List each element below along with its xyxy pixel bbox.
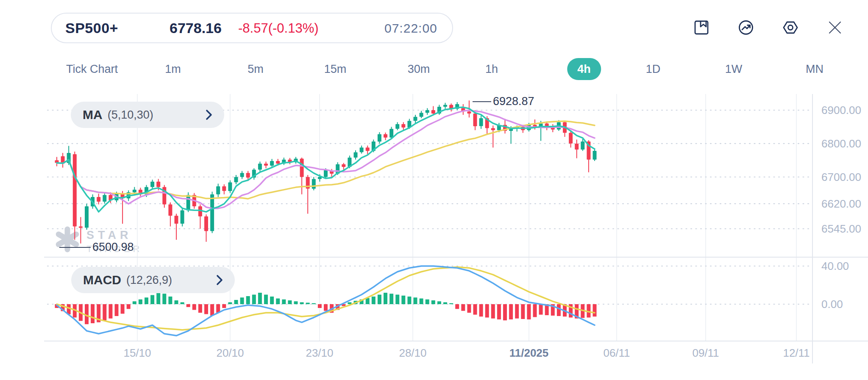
macd-histogram-bar bbox=[240, 297, 244, 304]
candle-body bbox=[270, 161, 274, 166]
macd-histogram-bar bbox=[139, 300, 142, 304]
macd-histogram-bar bbox=[127, 304, 131, 309]
macd-histogram-bar bbox=[246, 296, 250, 304]
macd-histogram-bar bbox=[497, 304, 501, 319]
macd-histogram-bar bbox=[318, 304, 322, 308]
macd-histogram-bar bbox=[443, 302, 447, 305]
macd-histogram-bar bbox=[557, 304, 561, 316]
macd-histogram-bar bbox=[306, 303, 310, 304]
candle-body bbox=[593, 151, 597, 160]
tab-mn[interactable]: MN bbox=[806, 58, 823, 80]
settings-icon[interactable] bbox=[782, 19, 799, 36]
macd-histogram-bar bbox=[593, 304, 597, 316]
tab-1w[interactable]: 1W bbox=[725, 58, 743, 80]
price-axis-label: 6700.00 bbox=[821, 171, 861, 183]
close-icon[interactable] bbox=[826, 19, 843, 36]
macd-histogram-bar bbox=[91, 304, 95, 323]
x-axis-label: 15/10 bbox=[123, 347, 151, 359]
macd-histogram-bar bbox=[461, 304, 465, 311]
macd-histogram-bar bbox=[276, 299, 280, 305]
symbol-name: SP500+ bbox=[65, 20, 118, 36]
high-price-label: 6928.87 bbox=[493, 95, 534, 108]
macd-histogram-bar bbox=[204, 304, 208, 314]
candle-body bbox=[156, 182, 160, 187]
tab-15m[interactable]: 15m bbox=[324, 58, 347, 80]
candle-body bbox=[312, 179, 316, 189]
macd-histogram-bar bbox=[181, 302, 184, 305]
annotation-line bbox=[473, 101, 491, 102]
macd-histogram-bar bbox=[288, 300, 292, 304]
macd-histogram-bar bbox=[414, 297, 417, 304]
x-axis-label: 06/11 bbox=[603, 347, 630, 359]
tab-1h[interactable]: 1h bbox=[485, 58, 498, 80]
macd-histogram-bar bbox=[479, 304, 483, 316]
timeframe-tabs: Tick Chart1m5m15m30m1h4h1D1WMN bbox=[0, 58, 868, 81]
macd-histogram-bar bbox=[426, 300, 429, 304]
candle-body bbox=[228, 182, 232, 191]
macd-histogram-bar bbox=[491, 304, 495, 319]
macd-histogram-bar bbox=[509, 304, 513, 319]
macd-indicator-pill[interactable]: MACD (12,26,9) bbox=[71, 267, 235, 293]
toolbar bbox=[693, 19, 843, 36]
macd-histogram-bar bbox=[150, 295, 154, 304]
macd-histogram-bar bbox=[395, 295, 399, 305]
ma-indicator-pill[interactable]: MA (5,10,30) bbox=[71, 102, 224, 128]
macd-histogram-bar bbox=[264, 295, 268, 305]
macd-histogram-bar bbox=[133, 301, 136, 304]
x-axis-label: 12/11 bbox=[783, 347, 810, 359]
candle-body bbox=[342, 164, 345, 167]
bookmark-icon[interactable] bbox=[693, 19, 710, 36]
macd-histogram-bar bbox=[145, 297, 148, 304]
candle-body bbox=[168, 204, 172, 216]
price-axis-label: 6545.00 bbox=[821, 222, 861, 235]
macd-histogram-bar bbox=[252, 295, 256, 305]
macd-histogram-bar bbox=[527, 304, 531, 319]
tab-5m[interactable]: 5m bbox=[248, 58, 264, 80]
tab-1d[interactable]: 1D bbox=[646, 58, 661, 80]
macd-histogram-bar bbox=[372, 297, 376, 304]
candle-body bbox=[210, 194, 214, 231]
macd-histogram-bar bbox=[533, 304, 537, 317]
x-axis-label: 28/10 bbox=[399, 347, 426, 359]
macd-histogram-bar bbox=[222, 304, 226, 308]
candle-body bbox=[575, 144, 579, 150]
price-axis-label: 6800.00 bbox=[821, 137, 861, 150]
x-axis-label: 23/10 bbox=[306, 347, 333, 359]
macd-histogram-bar bbox=[168, 297, 172, 304]
macd-histogram-bar bbox=[228, 302, 232, 305]
tab-4h[interactable]: 4h bbox=[567, 58, 601, 80]
macd-params: (12,26,9) bbox=[126, 274, 172, 287]
macd-histogram-bar bbox=[234, 300, 238, 304]
pulse-chart-icon[interactable] bbox=[737, 19, 754, 36]
candle-body bbox=[97, 197, 100, 202]
macd-label: MACD bbox=[83, 273, 121, 287]
x-axis-label: 11/2025 bbox=[509, 347, 549, 359]
candle-body bbox=[401, 124, 405, 128]
macd-histogram-bar bbox=[437, 301, 441, 304]
price-change: -8.57(-0.13%) bbox=[238, 21, 319, 36]
candle-body bbox=[133, 190, 136, 192]
low-price-label: 6500.98 bbox=[92, 241, 134, 254]
candle-body bbox=[581, 141, 584, 150]
macd-histogram-bar bbox=[431, 300, 435, 304]
macd-histogram-bar bbox=[449, 303, 453, 304]
candle-body bbox=[300, 158, 304, 177]
candle-body bbox=[378, 134, 381, 141]
macd-histogram-bar bbox=[115, 304, 119, 316]
candle-body bbox=[258, 164, 262, 169]
last-price: 6778.16 bbox=[170, 20, 222, 36]
low-price-annotation: 6500.98 bbox=[59, 241, 134, 254]
tab-tick-chart[interactable]: Tick Chart bbox=[66, 58, 118, 80]
chart-canvas[interactable]: 6900.006800.006700.006620.006545.0040.00… bbox=[0, 0, 868, 380]
macd-histogram-bar bbox=[389, 294, 393, 304]
candle-body bbox=[324, 170, 328, 177]
macd-histogram-bar bbox=[473, 304, 477, 315]
candle-body bbox=[216, 186, 220, 194]
high-price-annotation: 6928.87 bbox=[473, 95, 534, 108]
tab-1m[interactable]: 1m bbox=[165, 58, 181, 80]
macd-histogram-bar bbox=[312, 303, 316, 304]
tab-30m[interactable]: 30m bbox=[408, 58, 430, 80]
candle-body bbox=[264, 164, 268, 166]
x-axis-label: 20/10 bbox=[216, 347, 244, 359]
ma-label: MA bbox=[83, 108, 103, 122]
